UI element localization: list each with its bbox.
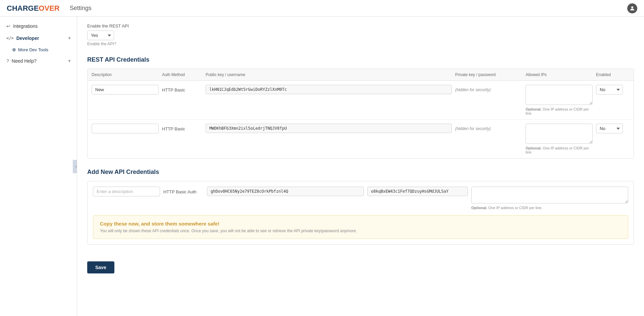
row1-auth-method: HTTP Basic: [162, 85, 202, 92]
user-avatar[interactable]: [627, 3, 637, 13]
logo-over: OVER: [39, 4, 59, 13]
warning-text: You will only be shown these API credent…: [100, 229, 621, 233]
row1-private-key: (hidden for security): [455, 85, 522, 92]
svg-point-0: [631, 6, 633, 8]
row1-enabled-select[interactable]: No Yes: [596, 85, 623, 94]
col-auth-method: Auth Method: [162, 72, 202, 77]
page-title: Settings: [70, 5, 92, 12]
add-new-section-title: Add New API Credentials: [87, 169, 634, 176]
logo-charge: CHARGE: [7, 4, 39, 13]
sidebar-item-more-dev-tools-label: More Dev Tools: [18, 47, 48, 52]
enable-api-hint: Enable the API?: [87, 42, 634, 46]
row1-allowed-ips-input[interactable]: [526, 85, 593, 105]
plus-icon: ⊕: [12, 47, 16, 52]
sidebar-item-integrations-label: Integrations: [13, 23, 38, 29]
row1-public-key-cell: lkHN1CJqEdb2Wt5rGwiDoRYZzlXnM0Tc: [206, 85, 452, 94]
new-private-key-cell: o8kqBxEW43c1Fef7QDzuyHsGMdJULSaY: [367, 187, 468, 196]
enable-api-section: Enable the REST API Yes No Enable the AP…: [87, 23, 634, 46]
header-right: [627, 3, 637, 13]
add-credentials-container: HTTP Basic Auth ghDov0HC65Ny2e79TEZ8cOrk…: [87, 181, 634, 245]
table-row: HTTP Basic lkHN1CJqEdb2Wt5rGwiDoRYZzlXnM…: [88, 81, 634, 120]
sidebar-item-need-help-label: Need Help?: [12, 58, 37, 64]
row1-allowed-ips-hint: Optional. One IP address or CIDR per lin…: [526, 107, 593, 115]
chevron-down-icon-2: ▼: [67, 59, 71, 63]
collapse-sidebar-button[interactable]: ‹: [73, 160, 77, 173]
credentials-table: Description Auth Method Public key / use…: [87, 69, 634, 159]
sidebar-item-more-dev-tools[interactable]: ⊕ More Dev Tools: [0, 44, 77, 55]
enable-api-select[interactable]: Yes No: [87, 30, 114, 40]
developer-icon: </>: [6, 36, 14, 41]
integrations-icon: ↩: [6, 23, 10, 29]
rest-api-section-title: REST API Credentials: [87, 56, 634, 63]
sidebar-item-need-help[interactable]: ? Need Help? ▼: [0, 55, 77, 67]
col-allowed-ips: Allowed IPs: [526, 72, 593, 77]
add-credentials-row: HTTP Basic Auth ghDov0HC65Ny2e79TEZ8cOrk…: [93, 187, 628, 210]
col-private-key: Private key / password: [455, 72, 522, 77]
new-public-key[interactable]: ghDov0HC65Ny2e79TEZ8cOrkPbfznl4Q: [207, 187, 364, 196]
warning-title: Copy these now, and store them somewhere…: [100, 221, 621, 227]
row2-description-input[interactable]: [92, 124, 159, 133]
table-row: HTTP Basic MWDKhBFb3Xmn2ixl5oLedrjTNQJV8…: [88, 120, 634, 158]
row2-description-cell: [92, 124, 159, 133]
new-description-input[interactable]: [93, 187, 160, 196]
save-button[interactable]: Save: [87, 261, 114, 273]
new-public-key-cell: ghDov0HC65Ny2e79TEZ8cOrkPbfznl4Q: [207, 187, 364, 196]
logo: CHARGEOVER: [7, 4, 60, 13]
new-auth-method: HTTP Basic Auth: [163, 187, 204, 194]
sidebar: ↩ Integrations </> Developer ▼ ⊕ More De…: [0, 17, 77, 316]
row2-allowed-ips-hint: Optional. One IP address or CIDR per lin…: [526, 146, 593, 154]
layout: ↩ Integrations </> Developer ▼ ⊕ More De…: [0, 17, 644, 316]
credentials-table-header: Description Auth Method Public key / use…: [88, 69, 634, 81]
row2-public-key-cell: MWDKhBFb3Xmn2ixl5oLedrjTNQJV8fpU: [206, 124, 452, 133]
sidebar-item-developer-label: Developer: [16, 36, 39, 41]
rest-api-credentials-section: REST API Credentials Description Auth Me…: [87, 56, 634, 159]
new-description-cell: [93, 187, 160, 196]
chevron-down-icon: ▼: [67, 36, 71, 41]
help-icon: ?: [6, 58, 9, 64]
col-description: Description: [92, 72, 159, 77]
row1-allowed-ips-cell: Optional. One IP address or CIDR per lin…: [526, 85, 593, 115]
col-enabled: Enabled: [596, 72, 630, 77]
add-new-credentials-section: Add New API Credentials HTTP Basic Auth …: [87, 169, 634, 245]
top-header: CHARGEOVER Settings: [0, 0, 644, 17]
sidebar-item-developer[interactable]: </> Developer ▼: [0, 32, 77, 44]
row2-allowed-ips-cell: Optional. One IP address or CIDR per lin…: [526, 124, 593, 154]
row2-enabled-cell: No Yes: [596, 124, 630, 133]
row1-description-input[interactable]: [92, 85, 159, 94]
col-public-key: Public key / username: [206, 72, 452, 77]
enable-api-label: Enable the REST API: [87, 23, 634, 28]
warning-box: Copy these now, and store them somewhere…: [93, 215, 628, 239]
main-content: Enable the REST API Yes No Enable the AP…: [77, 17, 644, 316]
row2-public-key[interactable]: MWDKhBFb3Xmn2ixl5oLedrjTNQJV8fpU: [206, 124, 452, 133]
row1-public-key[interactable]: lkHN1CJqEdb2Wt5rGwiDoRYZzlXnM0Tc: [206, 85, 452, 94]
row1-description-cell: [92, 85, 159, 94]
row1-enabled-cell: No Yes: [596, 85, 630, 94]
row2-auth-method: HTTP Basic: [162, 124, 202, 131]
new-private-key[interactable]: o8kqBxEW43c1Fef7QDzuyHsGMdJULSaY: [367, 187, 468, 196]
new-allowed-ips-input[interactable]: [471, 187, 628, 203]
row2-private-key: (hidden for security): [455, 124, 522, 131]
new-allowed-ips-cell: Optional. One IP address or CIDR per lin…: [471, 187, 628, 210]
row2-allowed-ips-input[interactable]: [526, 124, 593, 144]
sidebar-item-integrations[interactable]: ↩ Integrations: [0, 20, 77, 32]
new-allowed-ips-hint: Optional. One IP address or CIDR per lin…: [471, 206, 628, 210]
row2-enabled-select[interactable]: No Yes: [596, 124, 623, 133]
